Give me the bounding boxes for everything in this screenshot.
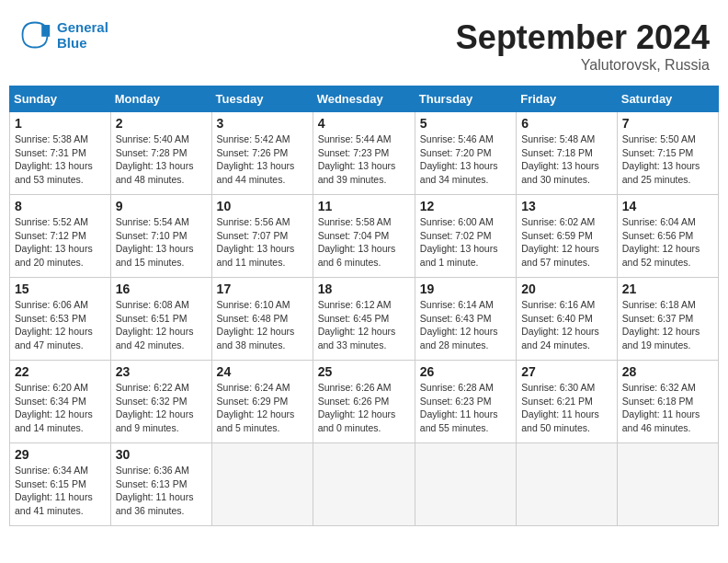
page-header: General Blue September 2024 Yalutorovsk,… — [9, 9, 719, 78]
table-row: 23Sunrise: 6:22 AMSunset: 6:32 PMDayligh… — [110, 361, 211, 443]
day-number: 11 — [318, 199, 410, 213]
day-number: 3 — [217, 116, 308, 131]
table-row: 24Sunrise: 6:24 AMSunset: 6:29 PMDayligh… — [211, 361, 313, 443]
day-info: Sunrise: 5:56 AMSunset: 7:07 PMDaylight:… — [217, 215, 308, 270]
header-tuesday: Tuesday — [211, 86, 313, 112]
day-number: 2 — [116, 116, 207, 131]
table-row: 16Sunrise: 6:08 AMSunset: 6:51 PMDayligh… — [110, 278, 211, 361]
table-row — [617, 443, 718, 526]
day-info: Sunrise: 6:06 AMSunset: 6:53 PMDaylight:… — [15, 298, 106, 352]
table-row — [211, 443, 313, 526]
day-number: 1 — [15, 116, 106, 131]
day-number: 17 — [217, 282, 308, 296]
day-number: 10 — [217, 199, 308, 213]
calendar-week-row: 29Sunrise: 6:34 AMSunset: 6:15 PMDayligh… — [10, 443, 719, 526]
table-row: 30Sunrise: 6:36 AMSunset: 6:13 PMDayligh… — [110, 443, 211, 526]
table-row: 2Sunrise: 5:40 AMSunset: 7:28 PMDaylight… — [110, 112, 211, 195]
day-number: 13 — [521, 199, 612, 213]
table-row: 19Sunrise: 6:14 AMSunset: 6:43 PMDayligh… — [415, 278, 516, 361]
day-info: Sunrise: 6:28 AMSunset: 6:23 PMDaylight:… — [420, 381, 511, 435]
day-number: 22 — [15, 364, 106, 379]
day-number: 29 — [15, 447, 106, 462]
day-info: Sunrise: 6:08 AMSunset: 6:51 PMDaylight:… — [116, 298, 207, 352]
table-row: 18Sunrise: 6:12 AMSunset: 6:45 PMDayligh… — [313, 278, 415, 361]
day-number: 14 — [622, 199, 713, 213]
title-block: September 2024 Yalutorovsk, Russia — [456, 18, 710, 74]
day-number: 18 — [318, 282, 410, 296]
day-number: 21 — [622, 282, 713, 296]
weekday-header-row: Sunday Monday Tuesday Wednesday Thursday… — [10, 86, 719, 112]
day-info: Sunrise: 6:04 AMSunset: 6:56 PMDaylight:… — [622, 215, 713, 270]
day-info: Sunrise: 6:22 AMSunset: 6:32 PMDaylight:… — [116, 381, 207, 435]
table-row: 22Sunrise: 6:20 AMSunset: 6:34 PMDayligh… — [10, 361, 111, 443]
table-row: 28Sunrise: 6:32 AMSunset: 6:18 PMDayligh… — [617, 361, 718, 443]
day-number: 20 — [521, 282, 612, 296]
header-wednesday: Wednesday — [313, 86, 415, 112]
day-number: 16 — [116, 282, 207, 296]
day-info: Sunrise: 6:24 AMSunset: 6:29 PMDaylight:… — [217, 381, 308, 435]
table-row: 27Sunrise: 6:30 AMSunset: 6:21 PMDayligh… — [517, 361, 618, 443]
logo: General Blue — [18, 18, 108, 52]
table-row: 4Sunrise: 5:44 AMSunset: 7:23 PMDaylight… — [313, 112, 415, 195]
day-info: Sunrise: 6:18 AMSunset: 6:37 PMDaylight:… — [622, 298, 713, 352]
table-row: 8Sunrise: 5:52 AMSunset: 7:12 PMDaylight… — [10, 195, 111, 278]
table-row: 14Sunrise: 6:04 AMSunset: 6:56 PMDayligh… — [617, 195, 718, 278]
day-number: 8 — [15, 199, 106, 213]
day-info: Sunrise: 6:14 AMSunset: 6:43 PMDaylight:… — [420, 298, 511, 352]
day-number: 9 — [116, 199, 207, 213]
month-title: September 2024 — [456, 18, 710, 57]
day-info: Sunrise: 6:02 AMSunset: 6:59 PMDaylight:… — [521, 215, 612, 270]
day-info: Sunrise: 6:20 AMSunset: 6:34 PMDaylight:… — [15, 381, 106, 435]
header-saturday: Saturday — [617, 86, 718, 112]
day-number: 6 — [521, 116, 612, 131]
day-number: 23 — [116, 364, 207, 379]
day-info: Sunrise: 6:12 AMSunset: 6:45 PMDaylight:… — [318, 298, 410, 352]
day-number: 27 — [521, 364, 612, 379]
table-row: 11Sunrise: 5:58 AMSunset: 7:04 PMDayligh… — [313, 195, 415, 278]
location: Yalutorovsk, Russia — [456, 57, 710, 74]
day-info: Sunrise: 6:16 AMSunset: 6:40 PMDaylight:… — [521, 298, 612, 352]
day-number: 4 — [318, 116, 410, 131]
header-monday: Monday — [110, 86, 211, 112]
table-row: 1Sunrise: 5:38 AMSunset: 7:31 PMDaylight… — [10, 112, 111, 195]
header-sunday: Sunday — [10, 86, 111, 112]
day-info: Sunrise: 5:50 AMSunset: 7:15 PMDaylight:… — [622, 132, 713, 187]
day-info: Sunrise: 5:46 AMSunset: 7:20 PMDaylight:… — [420, 132, 511, 187]
day-number: 26 — [420, 364, 511, 379]
day-info: Sunrise: 6:30 AMSunset: 6:21 PMDaylight:… — [521, 381, 612, 435]
day-number: 15 — [15, 282, 106, 296]
day-info: Sunrise: 5:48 AMSunset: 7:18 PMDaylight:… — [521, 132, 612, 187]
table-row: 25Sunrise: 6:26 AMSunset: 6:26 PMDayligh… — [313, 361, 415, 443]
day-info: Sunrise: 6:32 AMSunset: 6:18 PMDaylight:… — [622, 381, 713, 435]
day-info: Sunrise: 6:34 AMSunset: 6:15 PMDaylight:… — [15, 464, 106, 518]
calendar-table: Sunday Monday Tuesday Wednesday Thursday… — [9, 86, 719, 526]
day-info: Sunrise: 5:52 AMSunset: 7:12 PMDaylight:… — [15, 215, 106, 270]
calendar-week-row: 15Sunrise: 6:06 AMSunset: 6:53 PMDayligh… — [10, 278, 719, 361]
day-info: Sunrise: 5:38 AMSunset: 7:31 PMDaylight:… — [15, 132, 106, 187]
day-info: Sunrise: 5:40 AMSunset: 7:28 PMDaylight:… — [116, 132, 207, 187]
calendar-week-row: 8Sunrise: 5:52 AMSunset: 7:12 PMDaylight… — [10, 195, 719, 278]
table-row: 21Sunrise: 6:18 AMSunset: 6:37 PMDayligh… — [617, 278, 718, 361]
day-info: Sunrise: 6:26 AMSunset: 6:26 PMDaylight:… — [318, 381, 410, 435]
table-row: 10Sunrise: 5:56 AMSunset: 7:07 PMDayligh… — [211, 195, 313, 278]
day-number: 12 — [420, 199, 511, 213]
table-row: 12Sunrise: 6:00 AMSunset: 7:02 PMDayligh… — [415, 195, 516, 278]
logo-text: General Blue — [57, 19, 108, 51]
day-info: Sunrise: 5:42 AMSunset: 7:26 PMDaylight:… — [217, 132, 308, 187]
table-row: 6Sunrise: 5:48 AMSunset: 7:18 PMDaylight… — [517, 112, 618, 195]
table-row: 13Sunrise: 6:02 AMSunset: 6:59 PMDayligh… — [517, 195, 618, 278]
day-info: Sunrise: 5:44 AMSunset: 7:23 PMDaylight:… — [318, 132, 410, 187]
day-number: 19 — [420, 282, 511, 296]
table-row: 17Sunrise: 6:10 AMSunset: 6:48 PMDayligh… — [211, 278, 313, 361]
day-number: 7 — [622, 116, 713, 131]
table-row — [313, 443, 415, 526]
table-row: 9Sunrise: 5:54 AMSunset: 7:10 PMDaylight… — [110, 195, 211, 278]
table-row: 26Sunrise: 6:28 AMSunset: 6:23 PMDayligh… — [415, 361, 516, 443]
day-number: 5 — [420, 116, 511, 131]
header-thursday: Thursday — [415, 86, 516, 112]
table-row — [415, 443, 516, 526]
table-row: 3Sunrise: 5:42 AMSunset: 7:26 PMDaylight… — [211, 112, 313, 195]
day-info: Sunrise: 6:36 AMSunset: 6:13 PMDaylight:… — [116, 464, 207, 518]
table-row: 20Sunrise: 6:16 AMSunset: 6:40 PMDayligh… — [517, 278, 618, 361]
day-info: Sunrise: 5:58 AMSunset: 7:04 PMDaylight:… — [318, 215, 410, 270]
